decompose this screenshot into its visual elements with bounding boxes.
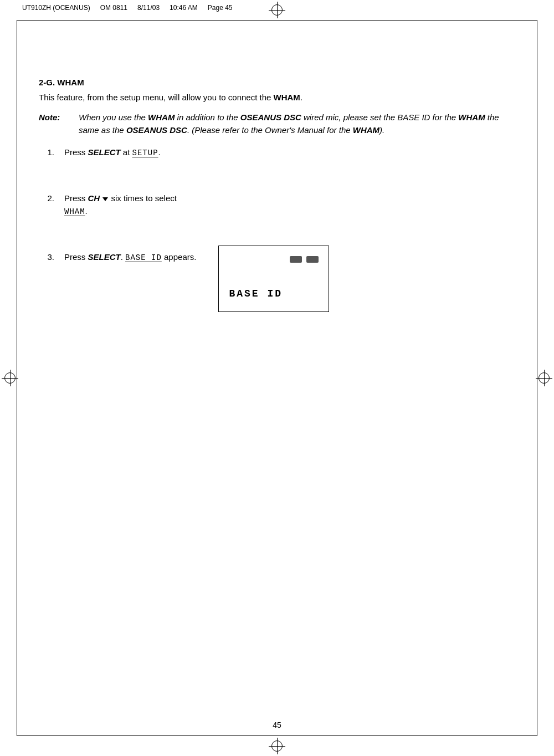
note-text-mid2: wired mic, please set the BASE ID for th… <box>301 113 458 122</box>
step-1: 1. Press SELECT at SETUP. <box>39 146 515 159</box>
step3-text-block: 3. Press SELECT. BASE ID appears. <box>39 251 196 272</box>
header-part2: OM 0811 <box>100 4 127 12</box>
step1-text-pre: Press <box>64 147 88 157</box>
header-part4: 10:46 AM <box>170 4 198 12</box>
intro-paragraph: This feature, from the setup menu, will … <box>39 91 515 104</box>
step1-number: 1. <box>39 146 54 159</box>
border-bottom <box>17 735 537 736</box>
intro-text: This feature, from the setup menu, will … <box>39 93 274 102</box>
lcd-main-text: BASE ID <box>229 288 283 299</box>
lcd-indicators <box>290 256 319 263</box>
step2-text-pre: Press <box>64 193 88 203</box>
note-content: When you use the WHAM in addition to the… <box>79 111 515 137</box>
step-3: 3. Press SELECT. BASE ID appears. <box>39 251 196 264</box>
step3-select: SELECT <box>88 252 121 262</box>
header-part3: 8/11/03 <box>137 4 160 12</box>
page-header: UT910ZH (OCEANUS) OM 0811 8/11/03 10:46 … <box>0 0 554 16</box>
note-text-pre: When you use the <box>79 113 148 122</box>
step3-lcd: BASE ID <box>125 253 162 262</box>
step3-text-mid: . <box>121 252 125 262</box>
note-wham3: WHAM <box>353 125 379 135</box>
intro-wham: WHAM <box>274 93 300 102</box>
header-part5: Page 45 <box>208 4 233 12</box>
step2-text-mid: six times to select <box>109 193 177 203</box>
step1-content: Press SELECT at SETUP. <box>64 146 161 159</box>
step2-lcd: WHAM <box>64 207 85 216</box>
note-label: Note: <box>39 111 72 137</box>
step3-content: Press SELECT. BASE ID appears. <box>64 251 196 264</box>
note-text-end: . (Please refer to the Owner's Manual fo… <box>187 125 353 135</box>
step1-text-post: at <box>121 147 132 157</box>
step3-text-pre: Press <box>64 252 88 262</box>
note-oseanus1: OSEANUS DSC <box>240 113 301 122</box>
reg-mark-right <box>538 372 550 384</box>
step3-number: 3. <box>39 251 54 264</box>
header-text: UT910ZH (OCEANUS) OM 0811 8/11/03 10:46 … <box>22 4 233 12</box>
note-oseanus2: OSEANUS DSC <box>126 125 187 135</box>
lcd-display: BASE ID <box>218 246 329 312</box>
reg-mark-bottom <box>271 740 283 752</box>
section-heading: 2-G. WHAM <box>39 78 515 87</box>
intro-end: . <box>300 93 302 102</box>
step2-content: Press CH six times to select WHAM. <box>64 192 177 218</box>
step2-period: . <box>85 206 88 216</box>
step3-text-post: appears. <box>162 252 197 262</box>
lcd-dot-1 <box>290 256 302 263</box>
reg-mark-left <box>4 372 16 384</box>
triangle-down-icon <box>102 197 108 201</box>
step2-ch: CH <box>88 193 100 203</box>
note-wham1: WHAM <box>148 113 175 122</box>
note-wham2: WHAM <box>458 113 485 122</box>
lcd-dot-2 <box>306 256 319 263</box>
note-block: Note: When you use the WHAM in addition … <box>39 111 515 137</box>
step2-number: 2. <box>39 192 54 218</box>
main-content: 2-G. WHAM This feature, from the setup m… <box>39 33 515 717</box>
step1-period: . <box>158 147 161 157</box>
note-text-mid1: in addition to the <box>175 113 240 122</box>
border-top <box>17 20 537 21</box>
header-part1: UT910ZH (OCEANUS) <box>22 4 90 12</box>
step2-triangle <box>100 193 109 203</box>
step-2: 2. Press CH six times to select WHAM. <box>39 192 515 218</box>
note-text-final: ). <box>379 125 384 135</box>
step-3-area: 3. Press SELECT. BASE ID appears. BASE I… <box>39 251 515 312</box>
page-number: 45 <box>273 721 281 729</box>
step1-select: SELECT <box>88 147 121 157</box>
step1-lcd: SETUP <box>132 149 158 157</box>
